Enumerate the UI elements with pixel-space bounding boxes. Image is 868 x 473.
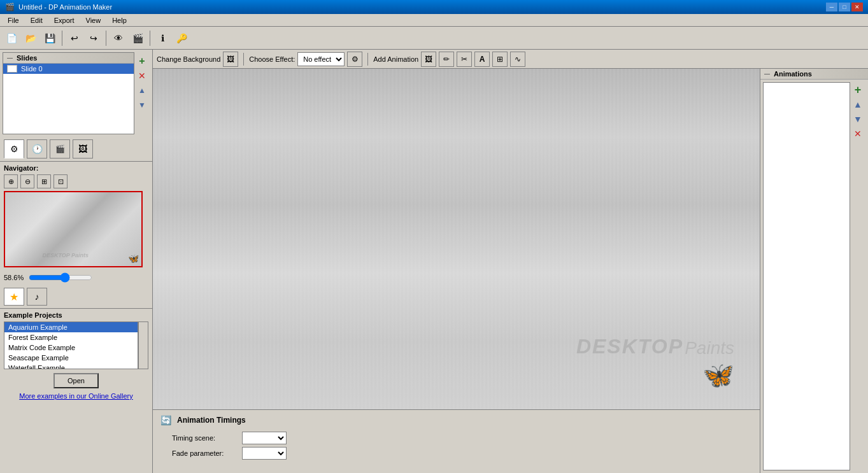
example-item-forest[interactable]: Forest Example	[4, 332, 138, 342]
minimize-button[interactable]: ─	[826, 3, 837, 11]
example-item-seascape[interactable]: Seascape Example	[4, 353, 138, 363]
remove-slide-button[interactable]: ✕	[136, 69, 148, 82]
remove-animation-item-button[interactable]: ✕	[851, 127, 864, 140]
key-button[interactable]: 🔑	[173, 29, 190, 47]
title-bar: 🎬 Untitled - DP Animation Maker ─ □ ✕	[0, 0, 868, 14]
preview-watermark: DESKTOP Paints	[43, 252, 104, 258]
canvas-watermark: DESKTOP	[576, 335, 683, 358]
slide-label: Slide 0	[21, 65, 43, 73]
undo-button[interactable]: ↩	[66, 29, 83, 47]
close-button[interactable]: ✕	[851, 3, 863, 11]
animations-title: Animations	[774, 70, 812, 78]
add-image-animation-button[interactable]: 🖼	[421, 52, 436, 67]
menu-edit[interactable]: Edit	[25, 15, 48, 25]
menu-export[interactable]: Export	[49, 15, 80, 25]
left-panel: Slides Slide 0 + ✕ ▲ ▼ ⚙ 🕐 🎬 🖼	[0, 50, 153, 473]
add-text-animation-button[interactable]: A	[474, 52, 490, 67]
add-wave-animation-button[interactable]: ∿	[510, 52, 525, 67]
top-toolbar: Change Background 🖼 Choose Effect: No ef…	[153, 50, 868, 69]
navigator-controls: ⊕ ⊖ ⊞ ⊡	[4, 174, 148, 188]
menu-view[interactable]: View	[81, 15, 106, 25]
actual-size-button[interactable]: ⊡	[53, 174, 68, 188]
menu-file[interactable]: File	[3, 15, 24, 25]
change-bg-button[interactable]: 🖼	[223, 52, 238, 67]
toolbar-separator-1	[62, 31, 62, 46]
refresh-icon: 🔄	[159, 414, 172, 427]
animations-header: Animations	[760, 69, 868, 80]
maximize-button[interactable]: □	[839, 3, 850, 11]
canvas-and-right: DESKTOP Paints 🦋 🔄 Animation Timings Tim…	[153, 69, 868, 473]
tab-timer[interactable]: 🕐	[27, 139, 47, 159]
fade-param-select[interactable]	[242, 447, 287, 460]
example-item-aquarium[interactable]: Aquarium Example	[4, 322, 138, 332]
examples-title: Example Projects	[4, 311, 148, 319]
slides-side-buttons: + ✕ ▲ ▼	[134, 52, 150, 134]
navigator-label: Navigator:	[4, 164, 148, 172]
menu-bar: File Edit Export View Help	[0, 14, 868, 27]
fit-button[interactable]: ⊞	[37, 174, 51, 188]
add-grid-animation-button[interactable]: ⊞	[492, 52, 508, 67]
slide-thumbnail	[7, 65, 17, 73]
slides-inner: Slides Slide 0	[3, 52, 134, 134]
example-item-matrix[interactable]: Matrix Code Example	[4, 342, 138, 353]
tab-media[interactable]: 🎬	[50, 139, 70, 159]
navigator-preview: DESKTOP Paints 🦋	[4, 191, 143, 267]
zoom-slider[interactable]	[29, 272, 92, 283]
fade-param-row: Fade parameter:	[159, 447, 753, 460]
animation-timings-panel: 🔄 Animation Timings Timing scene: Fade p…	[153, 409, 760, 473]
canvas-butterfly: 🦋	[702, 360, 734, 390]
preview-button[interactable]: 👁	[110, 29, 127, 47]
add-draw-animation-button[interactable]: ✏	[439, 52, 454, 67]
effect-settings-button[interactable]: ⚙	[347, 52, 362, 67]
fade-param-label: Fade parameter:	[172, 449, 236, 457]
canvas-watermark2: Paints	[685, 338, 734, 358]
save-button[interactable]: 💾	[41, 29, 59, 47]
examples-list: Aquarium Example Forest Example Matrix C…	[4, 321, 138, 369]
move-animation-up-button[interactable]: ▲	[851, 98, 864, 111]
timing-scene-select[interactable]	[242, 432, 287, 444]
app-icon: 🎬	[5, 3, 15, 11]
toolbar-separator-2	[106, 31, 106, 46]
zoom-out-button[interactable]: ⊖	[20, 174, 34, 188]
app-title: Untitled - DP Animation Maker	[18, 3, 112, 11]
add-animation-item-button[interactable]: +	[851, 83, 864, 96]
toolbar-sep-2	[367, 53, 368, 66]
gallery-link[interactable]: More examples in our Online Gallery	[4, 392, 148, 400]
menu-help[interactable]: Help	[107, 15, 132, 25]
new-button[interactable]: 📄	[3, 29, 20, 47]
open-button[interactable]: 📂	[22, 29, 39, 47]
zoom-in-button[interactable]: ⊕	[4, 174, 18, 188]
toolbar: 📄 📂 💾 ↩ ↪ 👁 🎬 ℹ 🔑	[0, 27, 868, 50]
move-slide-up-button[interactable]: ▲	[136, 84, 148, 97]
music-tab-button[interactable]: ♪	[27, 288, 47, 306]
move-slide-down-button[interactable]: ▼	[136, 99, 148, 111]
examples-list-wrapper: Aquarium Example Forest Example Matrix C…	[4, 321, 148, 369]
animations-side-buttons: + ▲ ▼ ✕	[850, 82, 865, 470]
tab-navigator[interactable]: ⚙	[4, 139, 24, 159]
examples-scrollbar[interactable]	[138, 321, 148, 369]
toolbar-sep-1	[243, 53, 244, 66]
info-button[interactable]: ℹ	[153, 29, 171, 47]
move-animation-down-button[interactable]: ▼	[851, 113, 864, 125]
add-slide-button[interactable]: +	[136, 55, 148, 67]
animations-top: + ▲ ▼ ✕	[760, 80, 868, 473]
star-tab-button[interactable]: ★	[4, 288, 24, 306]
add-animation-label: Add Animation	[373, 55, 418, 63]
canvas-area: DESKTOP Paints 🦋	[153, 69, 760, 409]
redo-button[interactable]: ↪	[85, 29, 103, 47]
open-example-button[interactable]: Open	[53, 373, 99, 388]
effect-select[interactable]: No effect Fade Slide Zoom	[297, 52, 345, 66]
example-item-waterfall[interactable]: Waterfall Example	[4, 363, 138, 369]
center-right: Change Background 🖼 Choose Effect: No ef…	[153, 50, 868, 473]
slides-section: Slides Slide 0 + ✕ ▲ ▼	[3, 52, 150, 134]
canvas-column: DESKTOP Paints 🦋 🔄 Animation Timings Tim…	[153, 69, 760, 473]
animations-section: + ▲ ▼ ✕	[760, 80, 868, 473]
slide-item-0[interactable]: Slide 0	[3, 64, 134, 74]
timing-scene-label: Timing scene:	[172, 434, 236, 442]
add-cut-animation-button[interactable]: ✂	[457, 52, 472, 67]
choose-effect-label: Choose Effect:	[249, 55, 295, 63]
examples-section: Example Projects Aquarium Example Forest…	[0, 309, 152, 473]
navigator-tabs: ⚙ 🕐 🎬 🖼	[0, 137, 152, 162]
export-button[interactable]: 🎬	[129, 29, 146, 47]
tab-image[interactable]: 🖼	[73, 139, 93, 159]
